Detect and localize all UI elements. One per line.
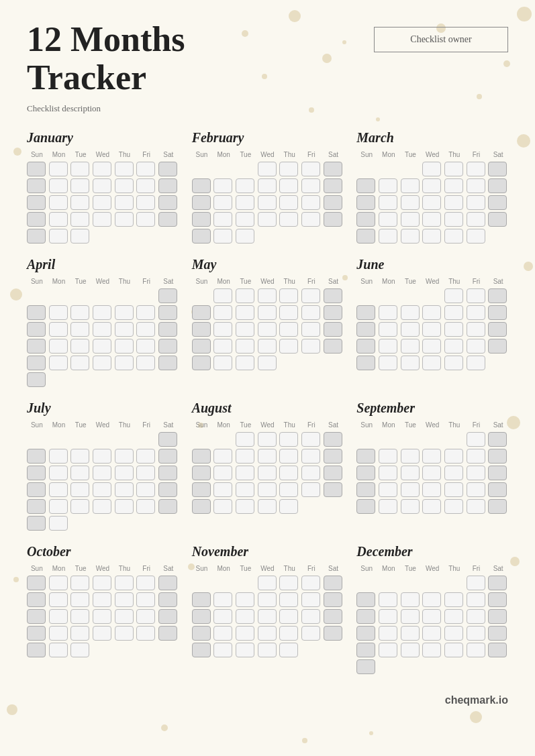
day-cell[interactable] — [356, 339, 375, 354]
day-cell[interactable] — [70, 576, 89, 590]
day-cell[interactable] — [401, 449, 420, 464]
day-cell[interactable] — [158, 576, 177, 590]
day-cell[interactable] — [236, 482, 254, 497]
day-cell[interactable] — [324, 162, 342, 176]
day-cell[interactable] — [356, 499, 375, 514]
day-cell[interactable] — [213, 609, 232, 624]
day-cell[interactable] — [136, 356, 155, 370]
day-cell[interactable] — [258, 322, 277, 337]
day-cell[interactable] — [444, 643, 463, 657]
day-cell[interactable] — [158, 305, 177, 320]
day-cell[interactable] — [444, 466, 463, 480]
day-cell[interactable] — [192, 195, 211, 210]
day-cell[interactable] — [192, 305, 211, 320]
day-cell[interactable] — [27, 339, 46, 354]
day-cell[interactable] — [136, 626, 155, 641]
day-cell[interactable] — [379, 356, 397, 370]
day-cell[interactable] — [70, 162, 89, 176]
day-cell[interactable] — [356, 592, 375, 607]
day-cell[interactable] — [213, 626, 232, 641]
day-cell[interactable] — [422, 356, 441, 370]
day-cell[interactable] — [213, 229, 232, 244]
day-cell[interactable] — [401, 178, 420, 193]
day-cell[interactable] — [279, 626, 298, 641]
day-cell[interactable] — [213, 356, 232, 370]
day-cell[interactable] — [258, 576, 277, 590]
day-cell[interactable] — [279, 322, 298, 337]
day-cell[interactable] — [158, 195, 177, 210]
day-cell[interactable] — [192, 229, 211, 244]
day-cell[interactable] — [444, 626, 463, 641]
day-cell[interactable] — [422, 195, 441, 210]
day-cell[interactable] — [401, 356, 420, 370]
day-cell[interactable] — [136, 212, 155, 227]
day-cell[interactable] — [49, 482, 68, 497]
day-cell[interactable] — [467, 576, 485, 590]
day-cell[interactable] — [236, 592, 254, 607]
day-cell[interactable] — [467, 178, 485, 193]
day-cell[interactable] — [236, 432, 254, 447]
day-cell[interactable] — [115, 626, 134, 641]
day-cell[interactable] — [488, 609, 507, 624]
day-cell[interactable] — [115, 195, 134, 210]
day-cell[interactable] — [136, 609, 155, 624]
day-cell[interactable] — [279, 609, 298, 624]
day-cell[interactable] — [115, 609, 134, 624]
day-cell[interactable] — [27, 592, 46, 607]
day-cell[interactable] — [422, 229, 441, 244]
day-cell[interactable] — [356, 322, 375, 337]
day-cell[interactable] — [324, 626, 342, 641]
day-cell[interactable] — [258, 339, 277, 354]
day-cell[interactable] — [279, 592, 298, 607]
day-cell[interactable] — [192, 466, 211, 480]
day-cell[interactable] — [422, 178, 441, 193]
day-cell[interactable] — [93, 356, 111, 370]
day-cell[interactable] — [136, 195, 155, 210]
day-cell[interactable] — [356, 195, 375, 210]
day-cell[interactable] — [324, 466, 342, 480]
day-cell[interactable] — [356, 466, 375, 480]
day-cell[interactable] — [192, 499, 211, 514]
day-cell[interactable] — [379, 339, 397, 354]
day-cell[interactable] — [301, 466, 320, 480]
day-cell[interactable] — [488, 643, 507, 657]
day-cell[interactable] — [356, 659, 375, 674]
day-cell[interactable] — [488, 449, 507, 464]
day-cell[interactable] — [192, 626, 211, 641]
day-cell[interactable] — [301, 626, 320, 641]
day-cell[interactable] — [27, 626, 46, 641]
day-cell[interactable] — [158, 609, 177, 624]
day-cell[interactable] — [301, 162, 320, 176]
day-cell[interactable] — [236, 288, 254, 303]
day-cell[interactable] — [158, 162, 177, 176]
day-cell[interactable] — [324, 576, 342, 590]
day-cell[interactable] — [301, 178, 320, 193]
day-cell[interactable] — [192, 356, 211, 370]
day-cell[interactable] — [324, 288, 342, 303]
day-cell[interactable] — [115, 466, 134, 480]
day-cell[interactable] — [27, 499, 46, 514]
day-cell[interactable] — [93, 592, 111, 607]
day-cell[interactable] — [115, 322, 134, 337]
day-cell[interactable] — [488, 499, 507, 514]
day-cell[interactable] — [236, 178, 254, 193]
day-cell[interactable] — [158, 466, 177, 480]
day-cell[interactable] — [93, 626, 111, 641]
day-cell[interactable] — [49, 356, 68, 370]
day-cell[interactable] — [401, 643, 420, 657]
day-cell[interactable] — [192, 449, 211, 464]
day-cell[interactable] — [301, 432, 320, 447]
day-cell[interactable] — [158, 356, 177, 370]
day-cell[interactable] — [115, 339, 134, 354]
day-cell[interactable] — [213, 482, 232, 497]
day-cell[interactable] — [301, 592, 320, 607]
day-cell[interactable] — [49, 229, 68, 244]
day-cell[interactable] — [115, 305, 134, 320]
day-cell[interactable] — [158, 212, 177, 227]
day-cell[interactable] — [236, 212, 254, 227]
day-cell[interactable] — [324, 305, 342, 320]
day-cell[interactable] — [422, 626, 441, 641]
day-cell[interactable] — [258, 195, 277, 210]
day-cell[interactable] — [213, 592, 232, 607]
day-cell[interactable] — [324, 212, 342, 227]
